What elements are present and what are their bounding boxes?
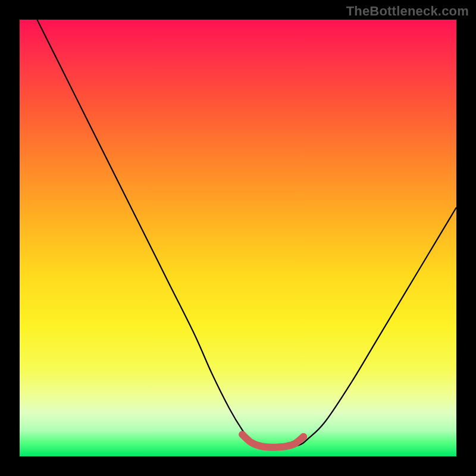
attribution-watermark: TheBottleneck.com: [346, 4, 469, 19]
chart-frame: TheBottleneck.com: [0, 0, 476, 476]
chart-svg: [20, 20, 456, 456]
bottleneck-curve: [37, 20, 456, 447]
plot-area: [20, 20, 456, 456]
optimal-band-endpoint-right: [300, 433, 307, 440]
optimal-band-endpoint-left: [239, 431, 246, 438]
optimal-band: [242, 434, 303, 447]
